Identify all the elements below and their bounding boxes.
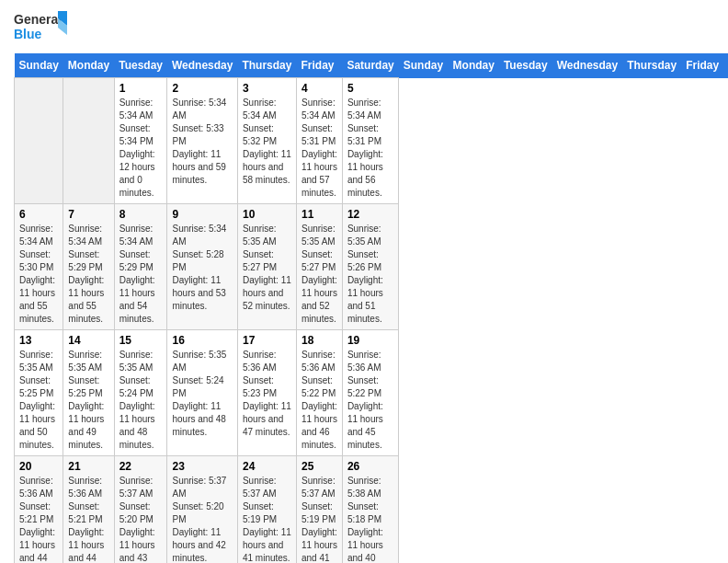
day-cell-1: 1Sunrise: 5:34 AMSunset: 5:34 PMDaylight… bbox=[114, 78, 167, 204]
page-header: General Blue bbox=[14, 9, 714, 46]
col-header-sunday: Sunday bbox=[15, 53, 63, 78]
day-info: Sunrise: 5:37 AMSunset: 5:20 PMDaylight:… bbox=[172, 475, 232, 563]
day-cell-14: 14Sunrise: 5:35 AMSunset: 5:25 PMDayligh… bbox=[63, 330, 114, 456]
day-info: Sunrise: 5:37 AMSunset: 5:19 PMDaylight:… bbox=[301, 475, 337, 563]
svg-text:General: General bbox=[14, 12, 62, 27]
col-header-saturday: Saturday bbox=[723, 53, 728, 78]
day-cell-20: 20Sunrise: 5:36 AMSunset: 5:21 PMDayligh… bbox=[15, 456, 63, 564]
day-number: 11 bbox=[301, 208, 337, 221]
col-header-monday: Monday bbox=[449, 53, 499, 78]
empty-cell bbox=[15, 78, 63, 204]
week-row-1: 1Sunrise: 5:34 AMSunset: 5:34 PMDaylight… bbox=[15, 78, 729, 204]
col-header-friday: Friday bbox=[681, 53, 723, 78]
day-cell-16: 16Sunrise: 5:35 AMSunset: 5:24 PMDayligh… bbox=[167, 330, 237, 456]
day-info: Sunrise: 5:37 AMSunset: 5:19 PMDaylight:… bbox=[243, 475, 291, 563]
day-cell-18: 18Sunrise: 5:36 AMSunset: 5:22 PMDayligh… bbox=[296, 330, 342, 456]
day-info: Sunrise: 5:35 AMSunset: 5:25 PMDaylight:… bbox=[19, 349, 58, 452]
day-cell-10: 10Sunrise: 5:35 AMSunset: 5:27 PMDayligh… bbox=[237, 204, 296, 330]
day-cell-4: 4Sunrise: 5:34 AMSunset: 5:31 PMDaylight… bbox=[296, 78, 342, 204]
day-number: 1 bbox=[119, 82, 163, 95]
day-cell-9: 9Sunrise: 5:34 AMSunset: 5:28 PMDaylight… bbox=[167, 204, 237, 330]
day-cell-17: 17Sunrise: 5:36 AMSunset: 5:23 PMDayligh… bbox=[237, 330, 296, 456]
svg-text:Blue: Blue bbox=[14, 27, 42, 41]
day-info: Sunrise: 5:34 AMSunset: 5:33 PMDaylight:… bbox=[172, 97, 232, 187]
day-cell-8: 8Sunrise: 5:34 AMSunset: 5:29 PMDaylight… bbox=[114, 204, 167, 330]
logo: General Blue bbox=[14, 9, 69, 46]
day-number: 13 bbox=[19, 334, 58, 347]
col-header-tuesday: Tuesday bbox=[499, 53, 552, 78]
day-info: Sunrise: 5:34 AMSunset: 5:31 PMDaylight:… bbox=[301, 97, 337, 200]
day-info: Sunrise: 5:35 AMSunset: 5:27 PMDaylight:… bbox=[243, 223, 291, 313]
day-cell-21: 21Sunrise: 5:36 AMSunset: 5:21 PMDayligh… bbox=[63, 456, 114, 564]
day-cell-11: 11Sunrise: 5:35 AMSunset: 5:27 PMDayligh… bbox=[296, 204, 342, 330]
day-info: Sunrise: 5:34 AMSunset: 5:29 PMDaylight:… bbox=[68, 223, 108, 326]
day-info: Sunrise: 5:34 AMSunset: 5:30 PMDaylight:… bbox=[19, 223, 58, 326]
day-info: Sunrise: 5:36 AMSunset: 5:23 PMDaylight:… bbox=[243, 349, 291, 439]
day-info: Sunrise: 5:36 AMSunset: 5:22 PMDaylight:… bbox=[347, 349, 393, 452]
day-number: 20 bbox=[19, 460, 58, 473]
day-number: 7 bbox=[68, 208, 108, 221]
day-number: 23 bbox=[172, 460, 232, 473]
day-cell-23: 23Sunrise: 5:37 AMSunset: 5:20 PMDayligh… bbox=[167, 456, 237, 564]
col-header-wednesday: Wednesday bbox=[552, 53, 622, 78]
week-row-2: 6Sunrise: 5:34 AMSunset: 5:30 PMDaylight… bbox=[15, 204, 729, 330]
header-row: SundayMondayTuesdayWednesdayThursdayFrid… bbox=[15, 53, 729, 78]
col-header-thursday: Thursday bbox=[622, 53, 681, 78]
empty-cell bbox=[63, 78, 114, 204]
day-number: 16 bbox=[172, 334, 232, 347]
day-number: 15 bbox=[119, 334, 163, 347]
day-cell-22: 22Sunrise: 5:37 AMSunset: 5:20 PMDayligh… bbox=[114, 456, 167, 564]
day-info: Sunrise: 5:34 AMSunset: 5:32 PMDaylight:… bbox=[243, 97, 291, 187]
day-number: 2 bbox=[172, 82, 232, 95]
day-number: 24 bbox=[243, 460, 291, 473]
day-number: 10 bbox=[243, 208, 291, 221]
day-cell-26: 26Sunrise: 5:38 AMSunset: 5:18 PMDayligh… bbox=[342, 456, 398, 564]
day-info: Sunrise: 5:35 AMSunset: 5:24 PMDaylight:… bbox=[119, 349, 163, 452]
day-cell-6: 6Sunrise: 5:34 AMSunset: 5:30 PMDaylight… bbox=[15, 204, 63, 330]
day-cell-12: 12Sunrise: 5:35 AMSunset: 5:26 PMDayligh… bbox=[342, 204, 398, 330]
day-cell-13: 13Sunrise: 5:35 AMSunset: 5:25 PMDayligh… bbox=[15, 330, 63, 456]
day-cell-24: 24Sunrise: 5:37 AMSunset: 5:19 PMDayligh… bbox=[237, 456, 296, 564]
day-number: 8 bbox=[119, 208, 163, 221]
logo-icon: General Blue bbox=[14, 9, 69, 46]
day-info: Sunrise: 5:36 AMSunset: 5:21 PMDaylight:… bbox=[19, 475, 58, 563]
col-header-friday: Friday bbox=[296, 53, 342, 78]
day-info: Sunrise: 5:34 AMSunset: 5:29 PMDaylight:… bbox=[119, 223, 163, 326]
day-info: Sunrise: 5:34 AMSunset: 5:34 PMDaylight:… bbox=[119, 97, 163, 200]
day-info: Sunrise: 5:34 AMSunset: 5:31 PMDaylight:… bbox=[347, 97, 393, 200]
week-row-3: 13Sunrise: 5:35 AMSunset: 5:25 PMDayligh… bbox=[15, 330, 729, 456]
day-cell-25: 25Sunrise: 5:37 AMSunset: 5:19 PMDayligh… bbox=[296, 456, 342, 564]
day-number: 21 bbox=[68, 460, 108, 473]
day-cell-5: 5Sunrise: 5:34 AMSunset: 5:31 PMDaylight… bbox=[342, 78, 398, 204]
col-header-monday: Monday bbox=[63, 53, 114, 78]
day-number: 18 bbox=[301, 334, 337, 347]
day-number: 25 bbox=[301, 460, 337, 473]
col-header-wednesday: Wednesday bbox=[167, 53, 237, 78]
day-cell-19: 19Sunrise: 5:36 AMSunset: 5:22 PMDayligh… bbox=[342, 330, 398, 456]
day-info: Sunrise: 5:35 AMSunset: 5:26 PMDaylight:… bbox=[347, 223, 393, 326]
day-cell-15: 15Sunrise: 5:35 AMSunset: 5:24 PMDayligh… bbox=[114, 330, 167, 456]
day-info: Sunrise: 5:35 AMSunset: 5:27 PMDaylight:… bbox=[301, 223, 337, 326]
col-header-sunday: Sunday bbox=[399, 53, 449, 78]
day-number: 26 bbox=[347, 460, 393, 473]
day-info: Sunrise: 5:37 AMSunset: 5:20 PMDaylight:… bbox=[119, 475, 163, 563]
week-row-4: 20Sunrise: 5:36 AMSunset: 5:21 PMDayligh… bbox=[15, 456, 729, 564]
day-info: Sunrise: 5:36 AMSunset: 5:21 PMDaylight:… bbox=[68, 475, 108, 563]
day-info: Sunrise: 5:35 AMSunset: 5:25 PMDaylight:… bbox=[68, 349, 108, 452]
day-number: 9 bbox=[172, 208, 232, 221]
day-number: 17 bbox=[243, 334, 291, 347]
day-cell-7: 7Sunrise: 5:34 AMSunset: 5:29 PMDaylight… bbox=[63, 204, 114, 330]
day-number: 14 bbox=[68, 334, 108, 347]
calendar-table: SundayMondayTuesdayWednesdayThursdayFrid… bbox=[14, 53, 728, 563]
day-number: 12 bbox=[347, 208, 393, 221]
day-info: Sunrise: 5:34 AMSunset: 5:28 PMDaylight:… bbox=[172, 223, 232, 313]
day-info: Sunrise: 5:36 AMSunset: 5:22 PMDaylight:… bbox=[301, 349, 337, 452]
day-number: 3 bbox=[243, 82, 291, 95]
day-info: Sunrise: 5:35 AMSunset: 5:24 PMDaylight:… bbox=[172, 349, 232, 439]
day-number: 5 bbox=[347, 82, 393, 95]
day-number: 6 bbox=[19, 208, 58, 221]
day-cell-3: 3Sunrise: 5:34 AMSunset: 5:32 PMDaylight… bbox=[237, 78, 296, 204]
day-number: 19 bbox=[347, 334, 393, 347]
day-number: 4 bbox=[301, 82, 337, 95]
day-info: Sunrise: 5:38 AMSunset: 5:18 PMDaylight:… bbox=[347, 475, 393, 563]
